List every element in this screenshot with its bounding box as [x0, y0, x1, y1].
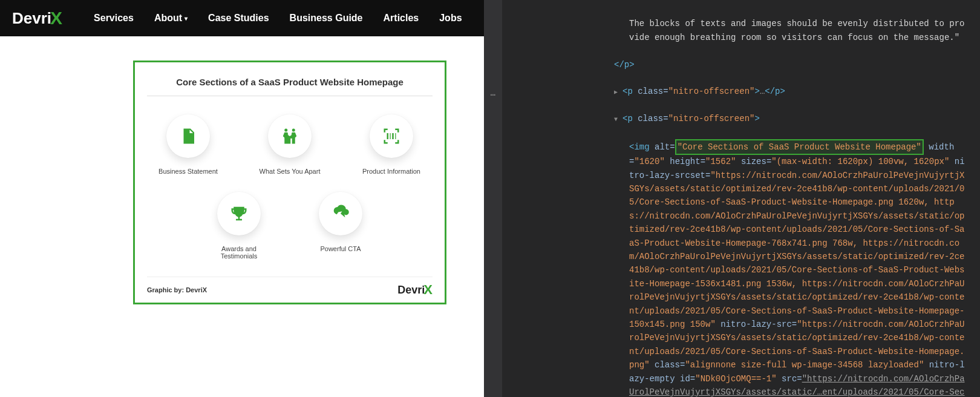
item-what-sets-apart: What Sets You Apart — [253, 114, 326, 175]
item-business-statement: Business Statement — [152, 114, 224, 175]
website-pane: DevriX Services About▾ Case Studies Busi… — [0, 0, 484, 397]
infographic-credit: Graphic by: DevriX — [147, 286, 207, 294]
nav-links: Services About▾ Case Studies Business Gu… — [94, 13, 462, 24]
infographic-row-1: Business Statement What Sets You Apart P… — [147, 114, 433, 175]
nav-articles[interactable]: Articles — [384, 13, 419, 24]
brand-prefix: Devri — [12, 9, 51, 28]
infographic-row-2: Awards and Testimonials Powerful CTA — [147, 192, 433, 260]
trophy-icon — [217, 192, 261, 235]
storm-icon — [319, 192, 362, 235]
overflow-icon[interactable]: ⋯ — [491, 88, 495, 102]
nav-jobs[interactable]: Jobs — [439, 13, 462, 24]
barcode-scan-icon — [370, 114, 413, 158]
expanded-p-element[interactable]: ▼<p class="nitro-offscreen"> — [508, 112, 968, 125]
navbar: DevriX Services About▾ Case Studies Busi… — [0, 0, 484, 36]
text-node: The blocks of texts and images should be… — [508, 17, 968, 44]
infographic: Core Sections of a SaaS Product Website … — [133, 61, 446, 304]
brand-x: X — [50, 8, 62, 28]
chevron-down-icon: ▾ — [185, 15, 188, 22]
img-element[interactable]: <img alt="Core Sections of SaaS Product … — [508, 139, 968, 397]
collapsed-p-element[interactable]: ▶<p class="nitro-offscreen">…</p> — [508, 85, 968, 98]
highlighted-alt-value: "Core Sections of SaaS Product Website H… — [675, 139, 924, 155]
infographic-footer-logo: DevriX — [397, 282, 433, 298]
nav-services[interactable]: Services — [94, 13, 134, 24]
infographic-footer: Graphic by: DevriX DevriX — [147, 277, 433, 298]
expand-triangle-icon[interactable]: ▶ — [614, 88, 622, 97]
nav-case-studies[interactable]: Case Studies — [208, 13, 269, 24]
people-arrows-icon — [268, 114, 312, 158]
nav-about[interactable]: About▾ — [154, 13, 188, 24]
nav-business-guide[interactable]: Business Guide — [290, 13, 363, 24]
brand-logo[interactable]: DevriX — [12, 8, 62, 28]
item-awards: Awards and Testimonials — [203, 192, 275, 260]
item-product-info: Product Information — [355, 114, 428, 175]
closing-p-tag[interactable]: </p> — [508, 58, 968, 71]
devtools-elements[interactable]: The blocks of texts and images should be… — [484, 0, 980, 397]
item-cta: Powerful CTA — [304, 192, 377, 260]
devtools-gutter: ⋯ — [484, 0, 502, 397]
article-body: Core Sections of a SaaS Product Website … — [0, 36, 484, 317]
infographic-title: Core Sections of a SaaS Product Website … — [147, 77, 433, 96]
devtools-pane: ⋯ The blocks of texts and images should … — [484, 0, 980, 397]
collapse-triangle-icon[interactable]: ▼ — [614, 115, 622, 125]
document-chart-icon — [166, 114, 210, 158]
